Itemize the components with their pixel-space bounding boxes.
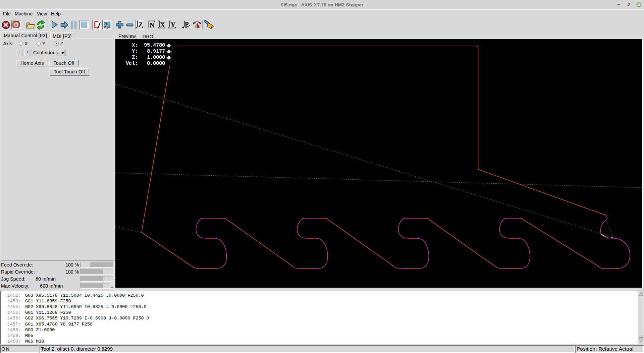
svg-text:M1: M1 <box>104 25 108 29</box>
svg-text:Y: Y <box>171 21 176 28</box>
svg-text:N: N <box>150 21 155 29</box>
svg-text:X: X <box>160 21 165 28</box>
svg-text:Z: Z <box>139 21 143 28</box>
svg-text:P: P <box>185 21 189 28</box>
